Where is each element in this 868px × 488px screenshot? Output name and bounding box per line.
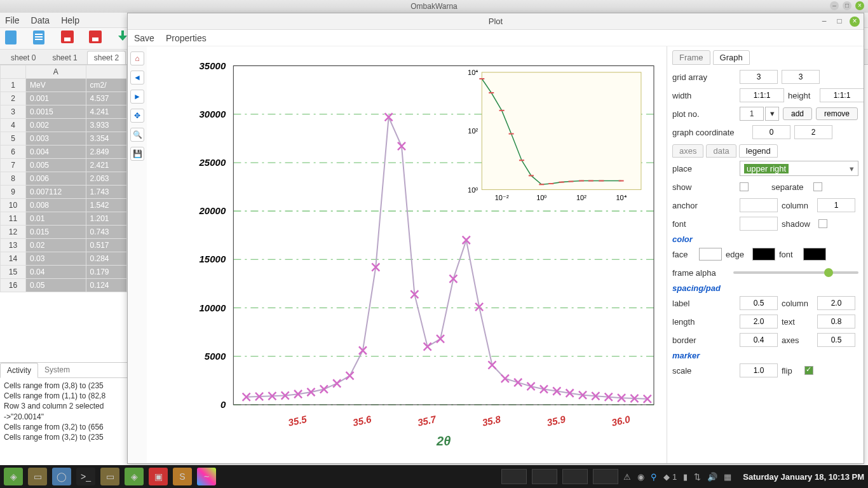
menu-help[interactable]: Help xyxy=(61,15,79,25)
cell[interactable]: 0.179 xyxy=(86,266,127,279)
taskbar-window-1[interactable] xyxy=(501,469,527,484)
taskbar-clock[interactable]: Saturday January 18, 10:13 PM xyxy=(743,472,864,482)
volume-icon[interactable]: 🔊 xyxy=(707,472,717,482)
font-field[interactable] xyxy=(740,217,778,231)
subtab-legend[interactable]: legend xyxy=(739,144,778,158)
show-checkbox[interactable] xyxy=(740,182,749,191)
ombakwarna-icon[interactable]: ~ xyxy=(197,468,216,485)
cell[interactable]: 0.01 xyxy=(26,212,86,226)
cell[interactable]: 0.002 xyxy=(26,119,86,132)
row-head[interactable]: 11 xyxy=(1,212,26,226)
zoom-icon[interactable]: 🔍 xyxy=(130,128,144,142)
minimize-button[interactable]: – xyxy=(830,1,839,10)
cell[interactable]: 0.02 xyxy=(26,239,86,252)
column-field[interactable] xyxy=(817,198,855,212)
font-color[interactable] xyxy=(803,248,826,261)
save-all-icon[interactable] xyxy=(89,30,103,47)
row-head[interactable]: 1 xyxy=(1,79,26,92)
cell[interactable]: 1.743 xyxy=(86,186,127,199)
activity-tab[interactable]: Activity xyxy=(0,363,38,378)
cell[interactable]: 2.421 xyxy=(86,159,127,172)
subtab-axes[interactable]: axes xyxy=(672,144,703,158)
cell[interactable]: 2.849 xyxy=(86,146,127,159)
shield-icon[interactable]: ◉ xyxy=(637,472,644,482)
plot-close-icon[interactable]: × xyxy=(850,17,860,27)
separate-checkbox[interactable] xyxy=(813,182,822,191)
sublime-icon[interactable]: S xyxy=(173,468,192,485)
cell[interactable]: 0.008 xyxy=(26,199,86,212)
plot-menu-save[interactable]: Save xyxy=(134,33,154,43)
scale-field[interactable] xyxy=(740,363,778,377)
calendar-icon[interactable]: ▦ xyxy=(724,472,731,482)
terminal-icon[interactable]: >_ xyxy=(76,468,95,485)
row-head[interactable]: 6 xyxy=(1,146,26,159)
menu-file[interactable]: File xyxy=(5,15,20,25)
pan-icon[interactable]: ✥ xyxy=(130,109,144,123)
browser-icon[interactable]: ◯ xyxy=(52,468,71,485)
network-icon[interactable]: ⇅ xyxy=(694,472,701,482)
gc-row-field[interactable] xyxy=(752,125,790,139)
cell[interactable]: 0.015 xyxy=(26,226,86,239)
files-icon[interactable]: ▭ xyxy=(28,468,47,485)
save-icon[interactable] xyxy=(61,30,75,47)
add-button[interactable]: add xyxy=(783,107,812,120)
row-head[interactable]: 7 xyxy=(1,159,26,172)
plot-menu-properties[interactable]: Properties xyxy=(166,33,207,43)
column-pad-field[interactable] xyxy=(817,296,855,310)
spreadsheet[interactable]: A 1MeVcm2/20.0014.53730.00154.24140.0023… xyxy=(0,65,127,362)
cell[interactable]: 0.007112 xyxy=(26,186,86,199)
maximize-button[interactable]: □ xyxy=(843,1,851,10)
home-icon[interactable]: ⌂ xyxy=(130,51,144,65)
doc-lines-icon[interactable] xyxy=(33,30,47,47)
forward-icon[interactable]: ► xyxy=(130,90,144,104)
cell[interactable]: 0.0015 xyxy=(26,105,86,119)
row-head[interactable]: 15 xyxy=(1,266,26,279)
mint-icon[interactable]: ◈ xyxy=(125,468,144,485)
savefig-icon[interactable]: 💾 xyxy=(130,147,144,161)
new-doc-icon[interactable] xyxy=(5,30,19,47)
border-field[interactable] xyxy=(740,333,778,347)
taskbar-window-3[interactable] xyxy=(562,469,588,484)
anchor-field[interactable] xyxy=(740,198,778,212)
cell[interactable]: 0.03 xyxy=(26,252,86,266)
cell[interactable]: 0.04 xyxy=(26,266,86,279)
plot-maximize-icon[interactable]: □ xyxy=(834,17,844,27)
cell[interactable]: 0.517 xyxy=(86,239,127,252)
cell[interactable]: 0.284 xyxy=(86,252,127,266)
cell[interactable]: 0.743 xyxy=(86,226,127,239)
flip-checkbox[interactable] xyxy=(804,366,813,375)
plotno-dropdown-icon[interactable]: ▾ xyxy=(765,107,779,121)
cell[interactable]: 0.006 xyxy=(26,172,86,186)
tab-frame[interactable]: Frame xyxy=(672,50,710,65)
cell[interactable]: 4.241 xyxy=(86,105,127,119)
back-icon[interactable]: ◄ xyxy=(130,71,144,85)
notification-icon[interactable]: ◆ 1 xyxy=(663,472,677,482)
subtab-data[interactable]: data xyxy=(706,144,736,158)
height-field[interactable] xyxy=(820,88,864,102)
place-dropdown[interactable]: upper right xyxy=(740,161,858,176)
start-menu-icon[interactable]: ◈ xyxy=(4,468,23,485)
close-button[interactable]: × xyxy=(855,1,864,10)
plot-minimize-icon[interactable]: – xyxy=(819,17,829,27)
grid-rows-field[interactable] xyxy=(740,70,778,84)
face-color[interactable] xyxy=(699,248,722,261)
cell[interactable]: 1.201 xyxy=(86,212,127,226)
cell[interactable]: 0.124 xyxy=(86,279,127,292)
plotno-value[interactable]: 1 xyxy=(740,107,764,121)
cell[interactable]: 0.003 xyxy=(26,132,86,146)
cell[interactable]: MeV xyxy=(26,79,86,92)
system-tab[interactable]: System xyxy=(38,363,76,377)
row-head[interactable]: 13 xyxy=(1,239,26,252)
row-head[interactable]: 5 xyxy=(1,132,26,146)
row-head[interactable]: 12 xyxy=(1,226,26,239)
row-head[interactable]: 8 xyxy=(1,172,26,186)
row-head[interactable]: 10 xyxy=(1,199,26,212)
plot-titlebar[interactable]: Plot – □ × xyxy=(128,13,864,30)
taskbar-window-2[interactable] xyxy=(532,469,557,484)
warning-icon[interactable]: ⚠ xyxy=(623,472,631,482)
tab-sheet-2[interactable]: sheet 2 xyxy=(87,51,126,64)
length-field[interactable] xyxy=(740,315,778,329)
grid-cols-field[interactable] xyxy=(782,70,820,84)
tab-sheet-0[interactable]: sheet 0 xyxy=(4,51,43,64)
row-head[interactable]: 16 xyxy=(1,279,26,292)
